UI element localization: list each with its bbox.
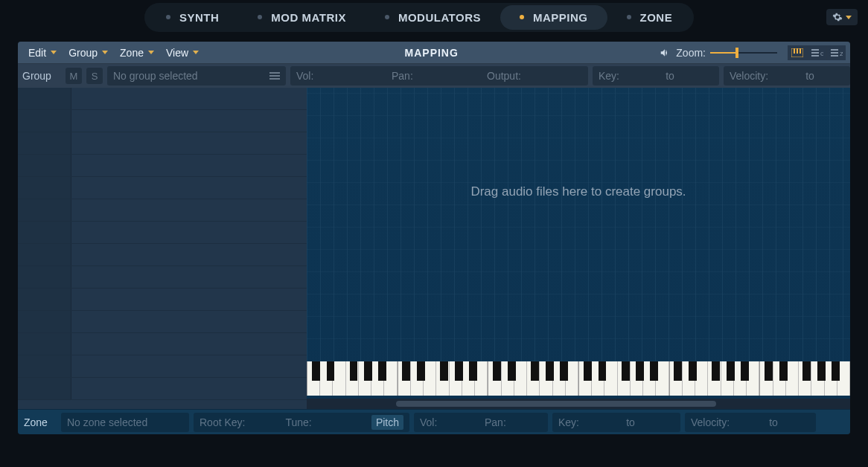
- sidebar-row[interactable]: [18, 244, 307, 266]
- black-key[interactable]: [417, 361, 425, 381]
- piano-octave[interactable]: C5: [759, 361, 850, 396]
- sidebar-row[interactable]: [18, 177, 307, 199]
- mute-button[interactable]: M: [66, 68, 82, 84]
- black-key[interactable]: [650, 361, 658, 381]
- tab-synth[interactable]: SYNTH: [147, 5, 238, 30]
- tab-label: SYNTH: [179, 11, 219, 24]
- black-key[interactable]: [802, 361, 811, 381]
- sidebar-row[interactable]: [18, 222, 307, 244]
- black-key[interactable]: [727, 361, 735, 381]
- menu-group[interactable]: Group: [63, 44, 114, 62]
- white-key[interactable]: [695, 361, 708, 396]
- group-output-label[interactable]: Output:: [487, 70, 582, 82]
- tab-mapping[interactable]: MAPPING: [500, 5, 607, 30]
- black-key[interactable]: [455, 361, 463, 381]
- white-key[interactable]: [333, 361, 345, 396]
- zoom-thumb[interactable]: [735, 48, 738, 58]
- zone-selection-text: No zone selected: [67, 416, 147, 428]
- group-mix-fields: Vol: Pan: Output:: [290, 66, 588, 86]
- tab-zone[interactable]: ZONE: [607, 5, 692, 30]
- black-key[interactable]: [508, 361, 516, 381]
- tab-modulators[interactable]: MODULATORS: [366, 5, 500, 30]
- sidebar-row[interactable]: [18, 199, 307, 222]
- view-mode-buttons: G Z: [788, 45, 846, 60]
- black-key[interactable]: [741, 361, 749, 381]
- black-key[interactable]: [546, 361, 554, 381]
- black-key[interactable]: [378, 361, 386, 381]
- zone-key-range[interactable]: Key: to: [552, 413, 680, 432]
- zone-pan-label[interactable]: Pan:: [485, 416, 542, 428]
- scrollbar-thumb[interactable]: [396, 401, 716, 407]
- zone-vol-label[interactable]: Vol:: [420, 416, 477, 428]
- sidebar-row[interactable]: [18, 355, 307, 378]
- tab-mod-matrix[interactable]: MOD MATRIX: [238, 5, 366, 30]
- black-key[interactable]: [765, 361, 773, 381]
- piano-octave[interactable]: C4: [669, 361, 760, 396]
- menu-zone[interactable]: Zone: [114, 44, 160, 62]
- black-key[interactable]: [689, 361, 697, 381]
- zone-pitch-button[interactable]: Pitch: [371, 415, 403, 430]
- black-key[interactable]: [350, 361, 358, 381]
- white-key[interactable]: [604, 361, 617, 396]
- black-key[interactable]: [312, 361, 320, 381]
- black-key[interactable]: [327, 361, 335, 381]
- settings-button[interactable]: [826, 9, 858, 25]
- menubar: Edit Group Zone View MAPPING Zoom: G Z: [18, 42, 850, 64]
- piano-octave[interactable]: C3: [578, 361, 669, 396]
- group-key-label: Key:: [599, 70, 619, 82]
- view-group-list-button[interactable]: G: [807, 45, 826, 60]
- sidebar-row[interactable]: [18, 333, 307, 355]
- white-key[interactable]: [424, 361, 436, 396]
- black-key[interactable]: [584, 361, 592, 381]
- black-key[interactable]: [402, 361, 410, 381]
- view-keymap-button[interactable]: [788, 45, 807, 60]
- speaker-icon[interactable]: [658, 48, 671, 58]
- zone-rootkey-label[interactable]: Root Key:: [200, 416, 278, 428]
- black-key[interactable]: [440, 361, 448, 381]
- sidebar-row[interactable]: [18, 88, 307, 110]
- zoom-slider[interactable]: [710, 48, 777, 58]
- black-key[interactable]: [364, 361, 372, 381]
- piano-octave[interactable]: C1: [398, 361, 488, 396]
- black-key[interactable]: [636, 361, 644, 381]
- black-key[interactable]: [622, 361, 630, 381]
- black-key[interactable]: [493, 361, 501, 381]
- group-pan-label[interactable]: Pan:: [392, 70, 487, 82]
- black-key[interactable]: [560, 361, 568, 381]
- zone-tune-label[interactable]: Tune:: [285, 416, 363, 428]
- group-vol-label[interactable]: Vol:: [296, 70, 392, 82]
- black-key[interactable]: [832, 361, 840, 381]
- black-key[interactable]: [712, 361, 720, 381]
- zone-selector[interactable]: No zone selected: [61, 413, 189, 432]
- sidebar-row[interactable]: [18, 110, 307, 132]
- tab-label: ZONE: [640, 11, 673, 24]
- black-key[interactable]: [469, 361, 477, 381]
- black-key[interactable]: [531, 361, 539, 381]
- black-key[interactable]: [674, 361, 682, 381]
- black-key[interactable]: [779, 361, 788, 381]
- zone-tuning-fields: Root Key: Tune: Pitch: [194, 413, 409, 432]
- group-selector[interactable]: No group selected: [107, 66, 286, 86]
- white-key[interactable]: [786, 361, 799, 396]
- piano-octave[interactable]: C0: [307, 361, 398, 396]
- sidebar-row[interactable]: [18, 155, 307, 177]
- sidebar-row[interactable]: [18, 132, 307, 155]
- black-key[interactable]: [599, 361, 607, 381]
- group-key-range[interactable]: Key: to: [593, 66, 719, 86]
- piano-octave[interactable]: C2: [488, 361, 578, 396]
- sidebar-row[interactable]: [18, 311, 307, 333]
- white-key[interactable]: [514, 361, 527, 396]
- solo-button[interactable]: S: [86, 68, 103, 84]
- black-key[interactable]: [817, 361, 826, 381]
- group-velocity-range[interactable]: Velocity: to: [724, 66, 850, 86]
- zone-velocity-range[interactable]: Velocity: to: [685, 413, 816, 432]
- sidebar-row[interactable]: [18, 378, 307, 400]
- sidebar-row[interactable]: [18, 266, 307, 289]
- key-mapping-area[interactable]: Drag audio files here to create groups. …: [307, 88, 850, 409]
- menu-edit[interactable]: Edit: [22, 44, 63, 62]
- sidebar-row[interactable]: [18, 289, 307, 311]
- horizontal-scrollbar[interactable]: [307, 399, 850, 409]
- view-zone-list-button[interactable]: Z: [826, 45, 846, 60]
- menu-view[interactable]: View: [160, 44, 205, 62]
- piano-keyboard[interactable]: C0C1C2C3C4C5: [307, 361, 850, 396]
